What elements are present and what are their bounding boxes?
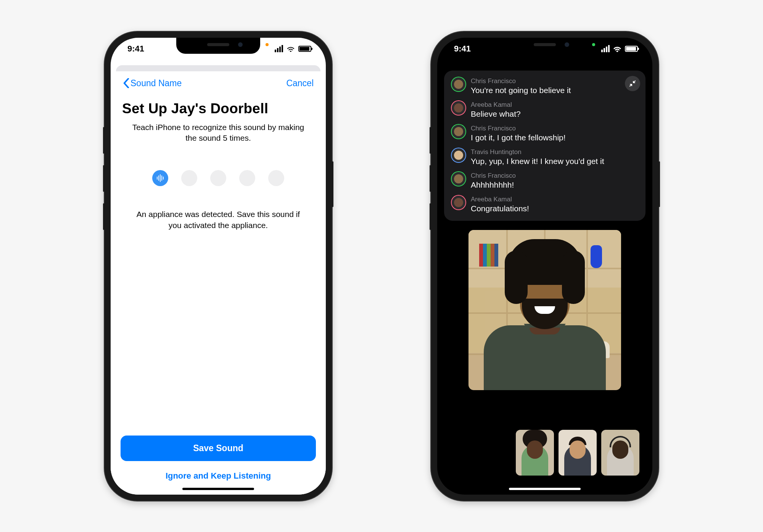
caption-speaker: Chris Francisco: [471, 125, 566, 132]
back-button[interactable]: Sound Name: [123, 78, 182, 88]
caption-speaker: Travis Huntington: [471, 148, 604, 156]
wifi-icon: [286, 45, 295, 52]
iphone-device-left: 9:41 Sound Name Cancel Set Up Jay's Door…: [105, 32, 332, 501]
cancel-button[interactable]: Cancel: [286, 78, 314, 88]
facetime-main-tile[interactable]: [468, 230, 621, 390]
caption-row: Travis Huntington Yup, yup, I knew it! I…: [452, 148, 638, 166]
caption-row: Areeba Kamal Congratulations!: [452, 196, 638, 213]
progress-dot-4: [239, 170, 255, 186]
detection-message: An appliance was detected. Save this sou…: [121, 209, 316, 231]
minimize-button[interactable]: [625, 76, 640, 91]
caption-text: Ahhhhhhhh!: [471, 180, 516, 190]
waveform-icon: [156, 174, 164, 182]
caption-text: You're not going to believe it: [471, 86, 571, 95]
facetime-view: Chris Francisco You're not going to beli…: [437, 60, 652, 495]
screen: 9:41 Chris Francisco You're not going to…: [437, 38, 652, 495]
status-time: 9:41: [127, 44, 144, 54]
nav-bar: Sound Name Cancel: [121, 71, 316, 90]
participant-thumb[interactable]: [559, 430, 597, 476]
chevron-left-icon: [123, 78, 130, 88]
screen: 9:41 Sound Name Cancel Set Up Jay's Door…: [111, 38, 326, 495]
minimize-icon: [629, 80, 636, 87]
save-sound-button[interactable]: Save Sound: [121, 436, 316, 461]
caption-text: I got it, I got the fellowship!: [471, 133, 566, 142]
cellular-icon: [601, 45, 610, 52]
participant-thumbnails: [516, 430, 639, 476]
wifi-icon: [613, 45, 622, 52]
avatar: [452, 101, 465, 115]
progress-dot-5: [268, 170, 284, 186]
caption-row: Chris Francisco Ahhhhhhhh!: [452, 172, 638, 190]
camera-indicator-dot: [592, 43, 595, 46]
caption-text: Believe what?: [471, 109, 521, 119]
battery-icon: [298, 46, 311, 52]
progress-dot-1: [152, 170, 168, 186]
participant-thumb[interactable]: [516, 430, 554, 476]
avatar: [452, 77, 465, 91]
progress-dot-2: [181, 170, 197, 186]
avatar: [452, 172, 465, 186]
ignore-button[interactable]: Ignore and Keep Listening: [121, 465, 316, 487]
live-captions-panel[interactable]: Chris Francisco You're not going to beli…: [444, 71, 645, 221]
mic-indicator-dot: [266, 43, 269, 46]
notch: [176, 38, 260, 54]
caption-speaker: Chris Francisco: [471, 172, 516, 180]
participant-video: [484, 264, 606, 390]
caption-speaker: Areeba Kamal: [471, 196, 529, 203]
home-indicator[interactable]: [509, 488, 581, 490]
caption-speaker: Areeba Kamal: [471, 101, 521, 109]
avatar: [452, 196, 465, 209]
home-indicator[interactable]: [182, 488, 254, 490]
progress-dot-3: [210, 170, 226, 186]
caption-row: Chris Francisco You're not going to beli…: [452, 77, 638, 95]
battery-icon: [625, 46, 638, 52]
recording-progress: [121, 170, 316, 186]
caption-text: Congratulations!: [471, 204, 529, 213]
caption-text: Yup, yup, I knew it! I knew you'd get it: [471, 157, 604, 166]
caption-speaker: Chris Francisco: [471, 77, 571, 85]
iphone-device-right: 9:41 Chris Francisco You're not going to…: [431, 32, 658, 501]
avatar: [452, 125, 465, 138]
participant-thumb[interactable]: [601, 430, 639, 476]
avatar: [452, 148, 465, 162]
caption-row: Chris Francisco I got it, I got the fell…: [452, 125, 638, 142]
page-title: Set Up Jay's Doorbell: [122, 101, 314, 117]
setup-sheet: Sound Name Cancel Set Up Jay's Doorbell …: [111, 71, 326, 495]
status-time: 9:41: [454, 44, 471, 54]
back-label: Sound Name: [130, 78, 182, 88]
subtitle: Teach iPhone to recognize this sound by …: [121, 122, 316, 144]
cellular-icon: [275, 45, 283, 52]
caption-row: Areeba Kamal Believe what?: [452, 101, 638, 119]
notch: [503, 38, 587, 54]
